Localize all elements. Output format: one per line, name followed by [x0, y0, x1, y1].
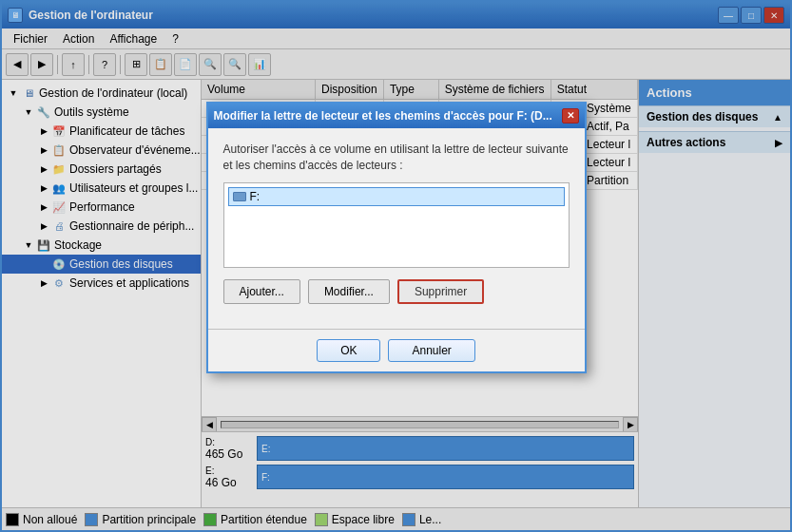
modal-dialog: Modifier la lettre de lecteur et les che…: [206, 102, 587, 374]
supprimer-button[interactable]: Supprimer: [397, 279, 484, 304]
ok-button[interactable]: OK: [317, 339, 380, 362]
modal-body: Autoriser l'accès à ce volume en utilisa…: [208, 128, 585, 330]
main-window: 🖥 Gestion de l'ordinateur — □ ✕ Fichier …: [0, 0, 792, 532]
modal-listbox[interactable]: F:: [223, 182, 570, 268]
modifier-button[interactable]: Modifier...: [308, 279, 390, 304]
modal-list-item-label: F:: [250, 190, 261, 203]
annuler-button[interactable]: Annuler: [388, 339, 474, 362]
modal-overlay: Modifier la lettre de lecteur et les che…: [0, 0, 792, 532]
ajouter-button[interactable]: Ajouter...: [223, 279, 300, 304]
modal-title: Modifier la lettre de lecteur et les che…: [214, 109, 562, 123]
drive-f-icon: [233, 192, 246, 201]
modal-footer: OK Annuler: [208, 329, 585, 371]
modal-title-bar: Modifier la lettre de lecteur et les che…: [208, 104, 585, 128]
modal-action-buttons: Ajouter... Modifier... Supprimer: [223, 279, 570, 304]
modal-description: Autoriser l'accès à ce volume en utilisa…: [223, 142, 570, 174]
modal-list-item-f[interactable]: F:: [228, 187, 565, 206]
modal-close-button[interactable]: ✕: [562, 108, 579, 124]
